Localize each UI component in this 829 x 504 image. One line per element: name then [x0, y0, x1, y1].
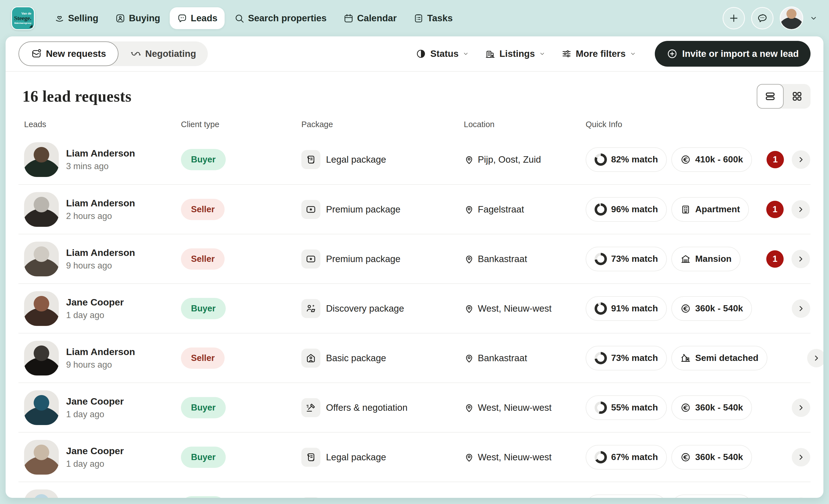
lead-row[interactable]: Liam Anderson 2 hours ago Seller Premium…: [19, 184, 810, 234]
status-filter[interactable]: Status: [416, 48, 469, 59]
open-lead-button[interactable]: [791, 200, 810, 219]
lead-time: 2 hours ago: [66, 211, 135, 221]
open-lead-button[interactable]: [792, 448, 810, 466]
unread-badge: 1: [766, 201, 784, 218]
client-type-badge: Buyer: [181, 397, 226, 418]
avatar: [24, 440, 59, 475]
more-filters[interactable]: More filters: [561, 48, 636, 59]
list-view-button[interactable]: [757, 84, 784, 109]
lead-row[interactable]: Jane Cooper 1 day ago Buyer Legal packag…: [19, 432, 810, 481]
tab-negotiating[interactable]: Negotiating: [118, 41, 208, 66]
grid-view-button[interactable]: [784, 84, 810, 109]
pin-icon: [464, 204, 474, 215]
invite-import-lead-button[interactable]: Invite or import a new lead: [655, 41, 810, 67]
pin-icon: [464, 402, 474, 413]
package-cell: Legal package: [301, 448, 464, 467]
lead-row[interactable]: Liam Anderson 9 hours ago Seller Basic p…: [19, 333, 810, 383]
lead-time: 3 mins ago: [66, 161, 135, 171]
location-cell: West, Nieuw-west: [464, 452, 586, 463]
chevron-down-icon[interactable]: [809, 14, 818, 23]
lead-row[interactable]: Jane Cooper 1 day ago Buyer Offers & neg…: [19, 383, 810, 432]
top-actions: [723, 6, 818, 30]
leads-card: New requests Negotiating Status Listings…: [6, 36, 823, 498]
euro-icon: [680, 154, 691, 165]
open-lead-button[interactable]: [792, 398, 810, 417]
chevron-right-icon: [813, 354, 820, 362]
brand-logo[interactable]: Van de Steege. Makelaarsgroep: [11, 6, 35, 30]
chevron-right-icon: [797, 255, 805, 263]
match-badge: 73% match: [586, 247, 667, 271]
nav-item-buying[interactable]: Buying: [108, 7, 168, 29]
open-lead-button[interactable]: [792, 299, 810, 318]
package-label: Offers & negotiation: [326, 402, 407, 413]
row-actions: 1: [752, 200, 810, 219]
client-type-badge: Buyer: [181, 149, 226, 170]
column-header-location: Location: [464, 120, 586, 129]
lead-cell: Jane Cooper 1 day ago: [19, 390, 181, 425]
euro-icon: [680, 303, 691, 314]
avatar: [24, 490, 59, 498]
quick-info-cell: 55% match 360k - 540k: [586, 395, 752, 420]
package-chip: [301, 497, 320, 498]
chat-icon: [757, 12, 768, 24]
lead-name: Jane Cooper: [66, 396, 124, 407]
nav-item-tasks[interactable]: Tasks: [406, 7, 460, 29]
package-chip: [301, 398, 320, 417]
buying-icon: [115, 13, 125, 24]
lead-time: 1 day ago: [66, 459, 124, 469]
chevron-down-icon: [629, 50, 636, 57]
leads-icon: [177, 13, 187, 24]
open-lead-button[interactable]: [792, 498, 810, 498]
pin-icon: [464, 154, 474, 165]
pin-icon: [464, 452, 474, 463]
chevron-right-icon: [797, 156, 805, 164]
location-label: West, Nieuw-west: [478, 303, 551, 314]
lead-row[interactable]: Jane Cooper 1 day ago Buyer Discovery pa…: [19, 283, 810, 333]
lead-cell: Liam Anderson 9 hours ago: [19, 242, 181, 276]
package-cell: Offers & negotiation: [301, 398, 464, 417]
lead-row[interactable]: Liam Anderson 9 hours ago Seller Premium…: [19, 234, 810, 283]
nav-item-selling[interactable]: Selling: [47, 7, 106, 29]
quick-info-cell: 91% match 360k - 540k: [586, 296, 752, 321]
request-tabs: New requests Negotiating: [19, 41, 208, 66]
client-type-badge: Buyer: [181, 496, 226, 498]
user-avatar[interactable]: [780, 6, 803, 30]
location-cell: West, Nieuw-west: [464, 402, 586, 413]
location-cell: West, Nieuw-west: [464, 303, 586, 314]
package-cell: Basic package: [301, 349, 464, 368]
nav-item-calendar[interactable]: Calendar: [336, 7, 404, 29]
lead-row[interactable]: Liam Anderson 3 mins ago Buyer Legal pac…: [19, 135, 810, 184]
package-label: Discovery package: [326, 303, 404, 314]
match-badge: 91% match: [586, 296, 667, 321]
open-lead-button[interactable]: [791, 250, 810, 268]
info-badge: Mansion: [671, 247, 741, 271]
row-actions: [752, 498, 811, 498]
messages-button[interactable]: [751, 7, 773, 29]
listings-filter[interactable]: Listings: [485, 48, 546, 59]
match-progress-icon: [594, 203, 607, 216]
chevron-right-icon: [797, 206, 805, 213]
nav-item-search-properties[interactable]: Search properties: [227, 7, 334, 29]
open-lead-button[interactable]: [792, 150, 810, 169]
quick-info-cell: 73% match Mansion: [586, 247, 752, 271]
status-icon: [416, 48, 426, 59]
plus-circle-icon: [666, 48, 678, 59]
lead-row[interactable]: Jane Cooper Buyer Offers & negotiation W…: [19, 481, 810, 498]
tab-new-requests[interactable]: New requests: [19, 41, 118, 66]
page-title: 16 lead requests: [23, 87, 132, 105]
package-chip: [301, 448, 320, 467]
open-lead-button[interactable]: [807, 349, 823, 367]
match-badge: 86% match: [586, 495, 667, 498]
row-actions: 1: [752, 150, 811, 169]
quick-info-cell: 82% match 410k - 600k: [586, 147, 752, 172]
avatar: [24, 142, 59, 177]
nav-item-leads[interactable]: Leads: [170, 7, 225, 29]
avatar: [24, 390, 59, 425]
add-button[interactable]: [723, 7, 745, 29]
discovery-icon: [305, 303, 317, 314]
negotiating-icon: [130, 48, 141, 59]
match-progress-icon: [594, 352, 607, 364]
client-type-badge: Seller: [181, 248, 225, 269]
package-chip: [301, 150, 320, 169]
column-header-quick-info: Quick Info: [586, 120, 752, 129]
